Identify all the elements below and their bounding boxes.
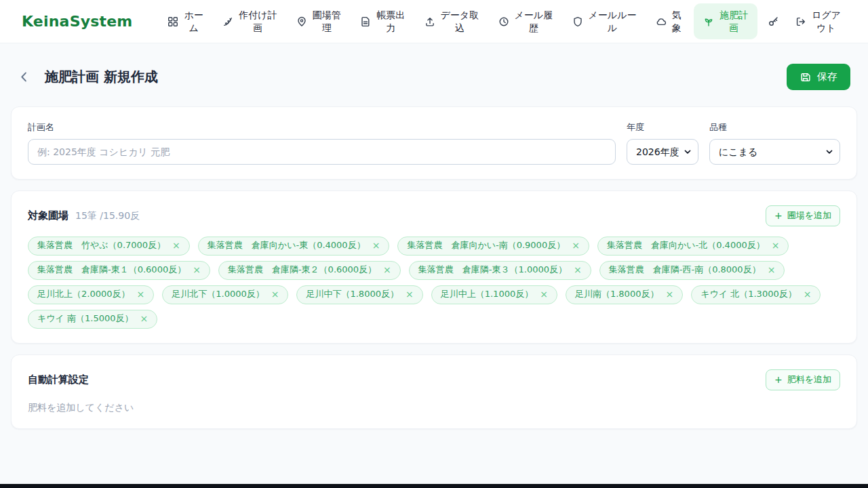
field-chip-label: キウイ 北（1.3000反）	[701, 288, 797, 300]
nav-item-logout[interactable]: ログア ウト	[789, 4, 848, 38]
page-header: 施肥計画 新規作成 保存	[18, 64, 850, 90]
year-field: 年度 2026年度	[627, 121, 698, 165]
field-chip-label: 集落営農 倉庫向かい-東（0.4000反）	[208, 239, 366, 251]
field-chip-list: 集落営農 竹やぶ（0.7000反）× 集落営農 倉庫向かい-東（0.4000反）…	[28, 237, 840, 329]
remove-field-button[interactable]: ×	[768, 265, 776, 274]
nav-item-planting-plan[interactable]: 作付け計 画	[216, 4, 283, 38]
nav-item-data-import[interactable]: データ取 込	[418, 4, 486, 38]
save-button[interactable]: 保存	[787, 64, 850, 90]
remove-field-button[interactable]: ×	[804, 289, 812, 299]
remove-field-button[interactable]: ×	[540, 289, 548, 299]
chevron-left-icon	[18, 70, 31, 83]
field-chip: 足川北下（1.0000反）×	[162, 285, 288, 304]
remove-field-button[interactable]: ×	[572, 241, 580, 250]
auto-calc-title: 自動計算設定	[28, 373, 89, 386]
field-chip-label: 足川中上（1.1000反）	[441, 288, 534, 300]
cloud-icon	[656, 16, 667, 27]
plan-name-label: 計画名	[28, 121, 616, 134]
plus-icon: +	[774, 375, 783, 384]
main-content: 施肥計画 新規作成 保存 計画名 年度 2026年度	[0, 43, 868, 429]
top-navbar: KeinaSystem ホー ム 作付け計 画	[0, 0, 868, 43]
field-chip-label: 足川南（1.8000反）	[575, 288, 659, 300]
remove-field-button[interactable]: ×	[193, 265, 201, 274]
field-chip: 集落営農 倉庫向かい-北（0.4000反）×	[597, 237, 789, 256]
year-label: 年度	[627, 121, 698, 134]
field-chip: 集落営農 竹やぶ（0.7000反）×	[28, 237, 190, 256]
remove-field-button[interactable]: ×	[406, 289, 414, 299]
field-chip-label: 足川北上（2.0000反）	[37, 288, 130, 300]
plan-name-input[interactable]	[28, 139, 616, 165]
shield-icon	[572, 16, 583, 27]
remove-field-button[interactable]: ×	[137, 289, 145, 299]
variety-label: 品種	[709, 121, 840, 134]
nav-item-mail-history[interactable]: メール履 歴	[492, 4, 560, 38]
field-chip: 集落営農 倉庫隣-西-南（0.8000反）×	[599, 261, 785, 280]
field-chip-label: 集落営農 倉庫隣-東３（1.0000反）	[418, 264, 567, 276]
field-chip-label: 足川中下（1.8000反）	[306, 288, 399, 300]
main-nav: ホー ム 作付け計 画 圃場管 理	[161, 3, 848, 39]
map-pin-icon	[296, 16, 307, 27]
add-fertilizer-button[interactable]: + 肥料を追加	[766, 369, 840, 390]
nav-item-home[interactable]: ホー ム	[161, 4, 210, 38]
plus-icon: +	[774, 211, 783, 220]
field-chip: キウイ 北（1.3000反）×	[691, 285, 821, 304]
field-chip-label: 集落営農 倉庫隣-西-南（0.8000反）	[609, 264, 761, 276]
remove-field-button[interactable]: ×	[772, 241, 780, 250]
sprout-icon	[703, 16, 714, 27]
remove-field-button[interactable]: ×	[172, 241, 180, 250]
save-icon	[800, 71, 811, 83]
nav-item-report-output[interactable]: 帳票出 力	[353, 4, 412, 38]
plan-name-field: 計画名	[28, 121, 616, 165]
field-chip-label: 集落営農 倉庫隣-東１（0.6000反）	[37, 264, 186, 276]
plan-form-card: 計画名 年度 2026年度 品種 にこまる	[11, 106, 857, 180]
remove-field-button[interactable]: ×	[665, 289, 673, 299]
target-fields-card: 対象圃場 15筆 /15.90反 + 圃場を追加 集落営農 竹やぶ（0.7000…	[11, 190, 857, 344]
save-button-label: 保存	[817, 70, 837, 83]
target-fields-summary: 15筆 /15.90反	[75, 210, 140, 222]
auto-calc-empty-text: 肥料を追加してください	[28, 402, 840, 414]
page-title: 施肥計画 新規作成	[45, 68, 158, 86]
add-field-button[interactable]: + 圃場を追加	[766, 205, 840, 226]
field-chip-label: 集落営農 倉庫向かい-北（0.4000反）	[607, 239, 765, 251]
field-chip-label: 集落営農 竹やぶ（0.7000反）	[37, 239, 165, 251]
remove-field-button[interactable]: ×	[271, 289, 279, 299]
nav-item-password-key[interactable]	[764, 11, 783, 32]
year-select[interactable]: 2026年度	[627, 139, 698, 165]
add-fertilizer-button-label: 肥料を追加	[787, 373, 831, 386]
add-field-button-label: 圃場を追加	[787, 209, 831, 222]
remove-field-button[interactable]: ×	[574, 265, 582, 274]
field-chip: 集落営農 倉庫隣-東２（0.6000反）×	[218, 261, 401, 280]
logout-icon	[795, 16, 806, 27]
target-fields-title: 対象圃場	[28, 209, 68, 222]
grid-icon	[167, 16, 178, 27]
field-chip: 集落営農 倉庫向かい-南（0.9000反）×	[397, 237, 589, 256]
field-chip: キウイ 南（1.5000反）×	[28, 310, 157, 329]
back-button[interactable]	[18, 70, 31, 83]
nav-label: メールルー ル	[589, 9, 637, 33]
wheat-icon	[222, 16, 233, 27]
field-chip-label: 集落営農 倉庫向かい-南（0.9000反）	[407, 239, 565, 251]
field-chip: 足川中下（1.8000反）×	[296, 285, 422, 304]
key-icon	[768, 16, 779, 27]
remove-field-button[interactable]: ×	[140, 314, 149, 323]
remove-field-button[interactable]: ×	[383, 265, 391, 274]
nav-label: 施肥計 画	[719, 9, 748, 33]
app-logo[interactable]: KeinaSystem	[22, 13, 132, 30]
auto-calc-card: 自動計算設定 + 肥料を追加 肥料を追加してください	[11, 354, 857, 429]
field-chip: 集落営農 倉庫隣-東１（0.6000反）×	[28, 261, 210, 280]
nav-item-mail-rules[interactable]: メールルー ル	[566, 4, 644, 38]
nav-label: 作付け計 画	[239, 9, 277, 33]
remove-field-button[interactable]: ×	[372, 241, 380, 250]
nav-item-weather[interactable]: 気 象	[649, 4, 688, 38]
upload-icon	[425, 16, 435, 27]
field-chip-label: 集落営農 倉庫隣-東２（0.6000反）	[228, 264, 376, 276]
field-chip: 足川中上（1.1000反）×	[431, 285, 557, 304]
variety-select[interactable]: にこまる	[709, 139, 840, 165]
field-chip: 足川南（1.8000反）×	[566, 285, 683, 304]
nav-label: メール履 歴	[515, 9, 553, 33]
clock-history-icon	[498, 16, 509, 27]
nav-item-field-management[interactable]: 圃場管 理	[290, 4, 348, 38]
variety-field: 品種 にこまる	[709, 121, 840, 165]
nav-item-fertilization-plan[interactable]: 施肥計 画	[694, 3, 757, 39]
nav-label: ホー ム	[184, 9, 203, 33]
